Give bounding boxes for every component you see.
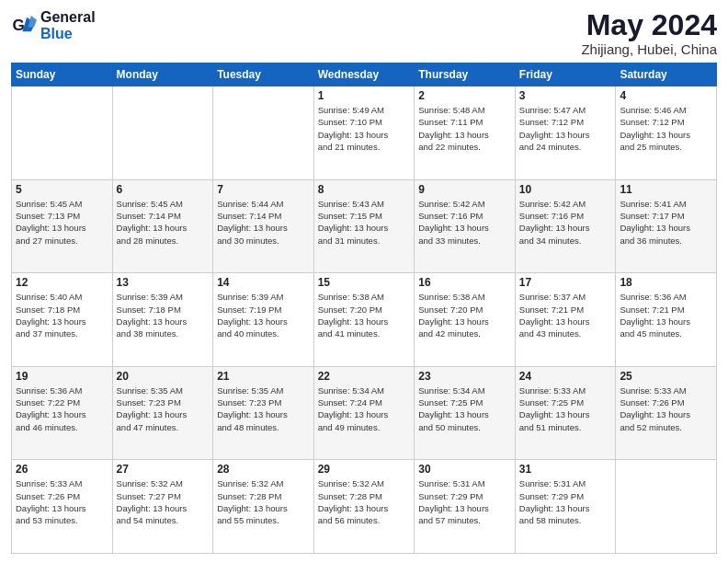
header-saturday: Saturday <box>616 63 717 86</box>
day-number: 30 <box>418 463 511 476</box>
day-number: 5 <box>16 183 108 196</box>
calendar-cell: 24Sunrise: 5:33 AM Sunset: 7:25 PM Dayli… <box>515 366 616 460</box>
calendar-table: Sunday Monday Tuesday Wednesday Thursday… <box>11 63 717 554</box>
calendar-cell: 30Sunrise: 5:31 AM Sunset: 7:29 PM Dayli… <box>415 460 516 554</box>
calendar-cell <box>12 86 113 180</box>
day-number: 27 <box>117 463 210 476</box>
calendar-cell: 18Sunrise: 5:36 AM Sunset: 7:21 PM Dayli… <box>616 273 717 367</box>
calendar-cell: 19Sunrise: 5:36 AM Sunset: 7:22 PM Dayli… <box>12 366 113 460</box>
day-info: Sunrise: 5:42 AM Sunset: 7:16 PM Dayligh… <box>418 198 511 247</box>
day-number: 4 <box>620 89 712 102</box>
day-info: Sunrise: 5:31 AM Sunset: 7:29 PM Dayligh… <box>418 477 511 526</box>
header-monday: Monday <box>112 63 213 86</box>
calendar-cell: 17Sunrise: 5:37 AM Sunset: 7:21 PM Dayli… <box>515 273 616 367</box>
header-sunday: Sunday <box>12 63 113 86</box>
calendar-cell: 1Sunrise: 5:49 AM Sunset: 7:10 PM Daylig… <box>313 86 415 180</box>
day-info: Sunrise: 5:39 AM Sunset: 7:18 PM Dayligh… <box>117 291 210 339</box>
day-number: 9 <box>418 183 511 196</box>
day-info: Sunrise: 5:32 AM Sunset: 7:27 PM Dayligh… <box>117 477 210 526</box>
calendar-cell: 8Sunrise: 5:43 AM Sunset: 7:15 PM Daylig… <box>313 179 415 273</box>
day-info: Sunrise: 5:39 AM Sunset: 7:19 PM Dayligh… <box>217 291 310 339</box>
day-info: Sunrise: 5:33 AM Sunset: 7:26 PM Dayligh… <box>620 385 712 433</box>
title-block: May 2024 Zhijiang, Hubei, China <box>581 9 717 57</box>
day-info: Sunrise: 5:49 AM Sunset: 7:10 PM Dayligh… <box>318 104 411 153</box>
calendar-cell: 5Sunrise: 5:45 AM Sunset: 7:13 PM Daylig… <box>12 179 113 273</box>
week-row-0: 1Sunrise: 5:49 AM Sunset: 7:10 PM Daylig… <box>12 86 717 180</box>
day-info: Sunrise: 5:35 AM Sunset: 7:23 PM Dayligh… <box>217 385 310 433</box>
day-info: Sunrise: 5:36 AM Sunset: 7:21 PM Dayligh… <box>620 291 712 339</box>
logo-line2: Blue <box>40 26 73 41</box>
day-number: 25 <box>620 370 712 383</box>
day-info: Sunrise: 5:43 AM Sunset: 7:15 PM Dayligh… <box>318 198 411 247</box>
calendar-cell: 16Sunrise: 5:38 AM Sunset: 7:20 PM Dayli… <box>415 273 516 367</box>
calendar-cell: 12Sunrise: 5:40 AM Sunset: 7:18 PM Dayli… <box>12 273 113 367</box>
day-info: Sunrise: 5:40 AM Sunset: 7:18 PM Dayligh… <box>16 291 108 339</box>
logo-line1: General <box>40 9 96 25</box>
calendar-cell <box>112 86 213 180</box>
calendar-cell <box>616 460 717 554</box>
calendar-cell: 7Sunrise: 5:44 AM Sunset: 7:14 PM Daylig… <box>213 179 314 273</box>
calendar-cell: 15Sunrise: 5:38 AM Sunset: 7:20 PM Dayli… <box>313 273 415 367</box>
calendar-cell: 3Sunrise: 5:47 AM Sunset: 7:12 PM Daylig… <box>515 86 616 180</box>
header: G General Blue May 2024 Zhijiang, Hubei,… <box>11 9 717 57</box>
day-number: 3 <box>519 89 612 102</box>
logo-text-block: General Blue <box>40 9 96 41</box>
day-info: Sunrise: 5:37 AM Sunset: 7:21 PM Dayligh… <box>519 291 612 339</box>
calendar-cell: 28Sunrise: 5:32 AM Sunset: 7:28 PM Dayli… <box>213 460 314 554</box>
calendar-cell: 2Sunrise: 5:48 AM Sunset: 7:11 PM Daylig… <box>415 86 516 180</box>
day-number: 28 <box>217 463 310 476</box>
main-title: May 2024 <box>581 9 717 41</box>
calendar-cell: 20Sunrise: 5:35 AM Sunset: 7:23 PM Dayli… <box>112 366 213 460</box>
day-info: Sunrise: 5:34 AM Sunset: 7:25 PM Dayligh… <box>418 385 511 433</box>
day-info: Sunrise: 5:33 AM Sunset: 7:26 PM Dayligh… <box>16 477 108 526</box>
day-number: 15 <box>318 276 411 289</box>
day-info: Sunrise: 5:31 AM Sunset: 7:29 PM Dayligh… <box>519 477 612 526</box>
day-info: Sunrise: 5:36 AM Sunset: 7:22 PM Dayligh… <box>16 385 108 433</box>
calendar-cell: 6Sunrise: 5:45 AM Sunset: 7:14 PM Daylig… <box>112 179 213 273</box>
header-friday: Friday <box>515 63 616 86</box>
day-number: 22 <box>318 370 411 383</box>
calendar-cell: 25Sunrise: 5:33 AM Sunset: 7:26 PM Dayli… <box>616 366 717 460</box>
calendar-cell: 23Sunrise: 5:34 AM Sunset: 7:25 PM Dayli… <box>415 366 516 460</box>
day-number: 7 <box>217 183 310 196</box>
calendar-header-row: Sunday Monday Tuesday Wednesday Thursday… <box>12 63 717 86</box>
calendar-cell: 29Sunrise: 5:32 AM Sunset: 7:28 PM Dayli… <box>313 460 415 554</box>
day-info: Sunrise: 5:32 AM Sunset: 7:28 PM Dayligh… <box>217 477 310 526</box>
day-number: 23 <box>418 370 511 383</box>
week-row-4: 26Sunrise: 5:33 AM Sunset: 7:26 PM Dayli… <box>12 460 717 554</box>
week-row-2: 12Sunrise: 5:40 AM Sunset: 7:18 PM Dayli… <box>12 273 717 367</box>
subtitle: Zhijiang, Hubei, China <box>581 41 717 57</box>
day-info: Sunrise: 5:45 AM Sunset: 7:14 PM Dayligh… <box>117 198 210 247</box>
day-number: 19 <box>16 370 108 383</box>
header-thursday: Thursday <box>415 63 516 86</box>
calendar-cell: 9Sunrise: 5:42 AM Sunset: 7:16 PM Daylig… <box>415 179 516 273</box>
day-info: Sunrise: 5:34 AM Sunset: 7:24 PM Dayligh… <box>318 385 411 433</box>
day-info: Sunrise: 5:48 AM Sunset: 7:11 PM Dayligh… <box>418 104 511 153</box>
logo: G General Blue <box>11 9 96 41</box>
day-info: Sunrise: 5:32 AM Sunset: 7:28 PM Dayligh… <box>318 477 411 526</box>
day-number: 17 <box>519 276 612 289</box>
week-row-3: 19Sunrise: 5:36 AM Sunset: 7:22 PM Dayli… <box>12 366 717 460</box>
day-number: 10 <box>519 183 612 196</box>
day-number: 21 <box>217 370 310 383</box>
calendar-cell: 14Sunrise: 5:39 AM Sunset: 7:19 PM Dayli… <box>213 273 314 367</box>
calendar-cell: 13Sunrise: 5:39 AM Sunset: 7:18 PM Dayli… <box>112 273 213 367</box>
calendar-cell: 21Sunrise: 5:35 AM Sunset: 7:23 PM Dayli… <box>213 366 314 460</box>
day-number: 12 <box>16 276 108 289</box>
calendar-cell: 27Sunrise: 5:32 AM Sunset: 7:27 PM Dayli… <box>112 460 213 554</box>
day-number: 26 <box>16 463 108 476</box>
calendar-cell: 11Sunrise: 5:41 AM Sunset: 7:17 PM Dayli… <box>616 179 717 273</box>
day-info: Sunrise: 5:46 AM Sunset: 7:12 PM Dayligh… <box>620 104 712 153</box>
day-number: 24 <box>519 370 612 383</box>
calendar-cell: 4Sunrise: 5:46 AM Sunset: 7:12 PM Daylig… <box>616 86 717 180</box>
logo-icon: G <box>11 13 37 39</box>
day-number: 2 <box>418 89 511 102</box>
day-number: 31 <box>519 463 612 476</box>
day-number: 18 <box>620 276 712 289</box>
day-number: 6 <box>117 183 210 196</box>
day-info: Sunrise: 5:38 AM Sunset: 7:20 PM Dayligh… <box>318 291 411 339</box>
day-number: 16 <box>418 276 511 289</box>
day-info: Sunrise: 5:41 AM Sunset: 7:17 PM Dayligh… <box>620 198 712 247</box>
day-info: Sunrise: 5:42 AM Sunset: 7:16 PM Dayligh… <box>519 198 612 247</box>
calendar-cell <box>213 86 314 180</box>
